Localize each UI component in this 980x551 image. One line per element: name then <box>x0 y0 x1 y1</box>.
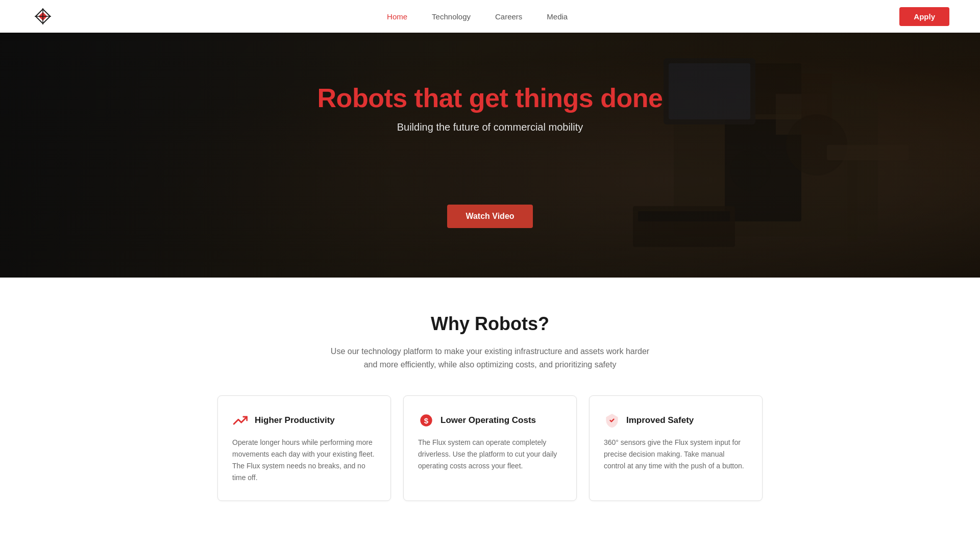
card-productivity-text: Operate longer hours while performing mo… <box>232 437 376 484</box>
nav-careers[interactable]: Careers <box>495 12 522 21</box>
card-costs-header: $ Lower Operating Costs <box>418 412 562 429</box>
card-costs: $ Lower Operating Costs The Flux system … <box>403 395 577 500</box>
card-productivity: Higher Productivity Operate longer hours… <box>217 395 391 500</box>
svg-text:$: $ <box>424 416 429 425</box>
nav-media[interactable]: Media <box>547 12 568 21</box>
hero-section: Robots that get things done Building the… <box>0 33 980 278</box>
card-safety-title: Improved Safety <box>626 415 694 425</box>
hero-title: Robots that get things done <box>317 83 663 113</box>
navbar: Home Technology Careers Media Apply <box>0 0 980 33</box>
logo[interactable] <box>31 4 55 29</box>
why-robots-section: Why Robots? Use our technology platform … <box>0 278 980 542</box>
trending-up-icon <box>232 412 249 429</box>
card-safety-header: Improved Safety <box>604 412 748 429</box>
nav-technology[interactable]: Technology <box>432 12 471 21</box>
card-costs-text: The Flux system can operate completely d… <box>418 437 562 472</box>
watch-video-button[interactable]: Watch Video <box>447 205 532 228</box>
nav-home[interactable]: Home <box>387 12 407 21</box>
why-robots-title: Why Robots? <box>61 313 919 335</box>
shield-icon <box>604 412 620 429</box>
why-robots-description: Use our technology platform to make your… <box>327 345 653 371</box>
hero-subtitle: Building the future of commercial mobili… <box>317 121 663 133</box>
card-productivity-title: Higher Productivity <box>255 415 335 425</box>
dollar-icon: $ <box>418 412 434 429</box>
hero-content: Robots that get things done Building the… <box>307 83 673 228</box>
card-safety-text: 360° sensors give the Flux system input … <box>604 437 748 472</box>
nav-links: Home Technology Careers Media <box>387 12 568 21</box>
card-safety: Improved Safety 360° sensors give the Fl… <box>589 395 763 500</box>
card-costs-title: Lower Operating Costs <box>440 415 536 425</box>
card-productivity-header: Higher Productivity <box>232 412 376 429</box>
apply-button[interactable]: Apply <box>899 7 949 26</box>
feature-cards-row: Higher Productivity Operate longer hours… <box>61 395 919 500</box>
